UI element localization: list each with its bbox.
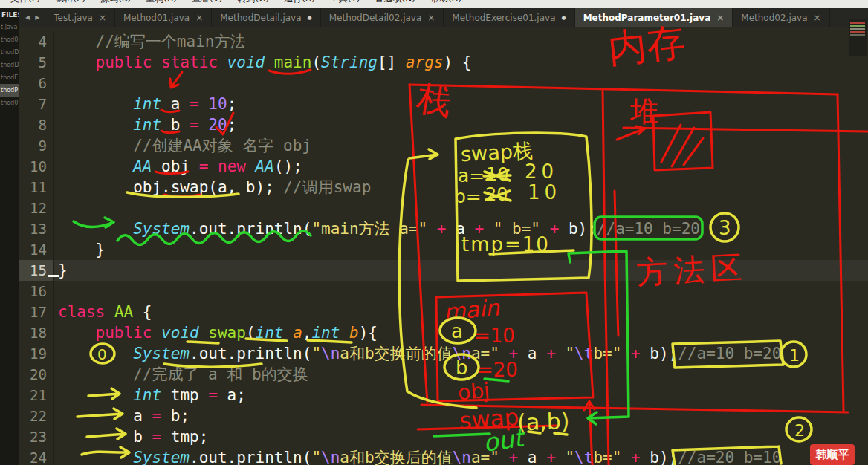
code-line[interactable]: 20 //完成了 a 和 b的交换 <box>19 364 868 385</box>
code-text: System.out.println("\na和b交换前的值\na=" + a … <box>58 343 781 364</box>
code-line[interactable]: 22 a = b; <box>19 406 868 426</box>
menu-item[interactable]: 源码(S) <box>100 0 131 5</box>
menu-item[interactable]: 查看(V) <box>192 0 223 5</box>
tab-Method02.java[interactable]: Method02.java× <box>733 8 829 27</box>
code-text: //完成了 a 和 b的交换 <box>58 364 308 385</box>
tab-nav: ◀ ▶ <box>19 8 45 27</box>
menu-item[interactable]: 帮助(H) <box>430 0 461 5</box>
tab-close-icon[interactable]: × <box>814 13 821 23</box>
line-number: 9 <box>19 135 54 156</box>
code-text: obj.swap(a, b); //调用swap <box>58 177 371 198</box>
tab-MethodDetail.java[interactable]: MethodDetail.java● <box>212 8 320 27</box>
tab-label: Method01.java <box>123 13 190 23</box>
line-number: 4 <box>19 31 54 52</box>
tab-label: MethodDetail.java <box>220 13 301 23</box>
sidebar-file-item[interactable]: thod0 <box>0 33 19 46</box>
tab-bar: ◀ ▶ Test.java×Method01.java×MethodDetail… <box>19 8 868 27</box>
code-text: int b = 20; <box>58 114 236 135</box>
code-line[interactable]: 13 System.out.println("main方法 a=" + a + … <box>19 218 868 239</box>
menu-items: 文件(F)编辑(E)源码(S)重构(R)查看(V)转到(G)运行(R)工具(T)… <box>0 0 868 5</box>
code-line[interactable]: 21 int tmp = a; <box>19 385 868 406</box>
code-text: int tmp = a; <box>58 385 246 406</box>
menu-item[interactable]: 运行(R) <box>284 0 315 5</box>
code-text: } <box>58 239 105 260</box>
code-text: b = tmp; <box>58 426 208 447</box>
code-text: public static void main(String[] args) { <box>58 52 471 73</box>
code-line[interactable]: 4 //编写一个main方法 <box>19 31 868 52</box>
line-number: 23 <box>19 426 54 447</box>
nav-back-icon[interactable]: ◀ <box>25 14 30 21</box>
code-text: //创建AA对象 名字 obj <box>58 135 311 156</box>
minimap[interactable] <box>849 19 867 56</box>
tab-MethodParameter01.java[interactable]: MethodParameter01.java× <box>575 8 733 27</box>
code-line[interactable]: 12 <box>19 198 868 218</box>
code-line[interactable]: 9 //创建AA对象 名字 obj <box>19 135 868 156</box>
line-number: 18 <box>19 322 54 343</box>
text-cursor <box>48 275 59 277</box>
tab-close-icon[interactable]: × <box>716 13 724 23</box>
code-lines: 4 //编写一个main方法5 public static void main(… <box>19 27 868 465</box>
code-line[interactable]: 5 public static void main(String[] args)… <box>19 52 868 73</box>
tab-close-icon[interactable]: × <box>195 13 203 23</box>
sidebar-file-item[interactable]: thodD <box>0 59 19 71</box>
nav-forward-icon[interactable]: ▶ <box>35 14 39 21</box>
menu-item[interactable]: 转到(G) <box>237 0 269 5</box>
tab-modified-dot-icon[interactable]: ● <box>562 15 566 21</box>
tab-label: Test.java <box>54 13 93 23</box>
line-number: 6 <box>19 73 54 94</box>
code-text: //编写一个main方法 <box>58 31 245 52</box>
tab-MethodExercise01.java[interactable]: MethodExercise01.java● <box>444 8 574 27</box>
code-text: public void swap(int a,int b){ <box>58 322 378 343</box>
menu-item[interactable]: 工具(T) <box>330 0 360 5</box>
line-number: 5 <box>19 52 54 73</box>
tab-modified-dot-icon[interactable]: ● <box>308 15 312 21</box>
line-number: 15 <box>19 260 54 281</box>
code-line[interactable]: 7 int a = 10; <box>19 94 868 114</box>
menu-bar: 文件(F)编辑(E)源码(S)重构(R)查看(V)转到(G)运行(R)工具(T)… <box>0 0 868 8</box>
code-line[interactable]: 23 b = tmp; <box>19 426 868 447</box>
code-text: AA obj = new AA(); <box>58 156 302 177</box>
code-line[interactable]: 8 int b = 20; <box>19 114 868 135</box>
menu-item[interactable]: 文件(F) <box>10 0 40 5</box>
tab-label: MethodDetail02.java <box>329 13 422 23</box>
tab-Test.java[interactable]: Test.java× <box>45 8 115 27</box>
code-line[interactable]: 10 AA obj = new AA(); <box>19 156 868 177</box>
tab-close-icon[interactable]: × <box>99 13 106 23</box>
line-number: 7 <box>19 94 54 114</box>
code-text: System.out.println("main方法 a=" + a + " b… <box>58 218 700 239</box>
sidebar-file-item[interactable]: t.java <box>0 21 19 33</box>
menu-item[interactable]: 首选项(N) <box>375 0 415 5</box>
sidebar-file-item[interactable]: thod0 <box>0 97 19 109</box>
line-number: 24 <box>19 447 54 465</box>
code-line[interactable]: 19 System.out.println("\na和b交换前的值\na=" +… <box>19 343 868 364</box>
files-sidebar: FILES t.javathod0thodDthodDthodEthodPtho… <box>0 8 19 465</box>
code-text: System.out.println("\na和b交换后的值\na=" + a … <box>58 447 781 465</box>
code-line[interactable]: 17class AA { <box>19 302 868 322</box>
code-text: } <box>58 260 68 281</box>
watermark-badge: 韩顺平 <box>810 444 855 465</box>
code-line[interactable]: 18 public void swap(int a,int b){ <box>19 322 868 343</box>
tab-label: MethodParameter01.java <box>583 13 711 23</box>
tab-close-icon[interactable]: × <box>427 13 435 23</box>
menu-item[interactable]: 编辑(E) <box>55 0 85 5</box>
tab-MethodDetail02.java[interactable]: MethodDetail02.java× <box>321 8 444 27</box>
menu-item[interactable]: 重构(R) <box>146 0 177 5</box>
code-line[interactable]: 6 <box>19 73 868 94</box>
tabs: Test.java×Method01.java×MethodDetail.jav… <box>45 8 829 27</box>
sidebar-file-item[interactable]: thodE <box>0 71 19 84</box>
code-line[interactable]: 11 obj.swap(a, b); //调用swap <box>19 177 868 198</box>
code-line[interactable]: 15} <box>19 260 868 281</box>
line-number: 19 <box>19 343 54 364</box>
code-line[interactable]: 24 System.out.println("\na和b交换后的值\na=" +… <box>19 447 868 465</box>
code-editor[interactable]: 4 //编写一个main方法5 public static void main(… <box>19 27 868 465</box>
code-line[interactable]: 16 <box>19 281 868 302</box>
sidebar-file-item[interactable]: thodP <box>0 84 19 97</box>
line-number: 11 <box>19 177 54 198</box>
code-line[interactable]: 14 } <box>19 239 868 260</box>
line-number: 16 <box>19 281 54 302</box>
sidebar-file-item[interactable]: thodD <box>0 46 19 59</box>
line-number: 20 <box>19 364 54 385</box>
code-text: int a = 10; <box>58 94 236 114</box>
tab-label: MethodExercise01.java <box>452 13 555 23</box>
tab-Method01.java[interactable]: Method01.java× <box>115 8 212 27</box>
